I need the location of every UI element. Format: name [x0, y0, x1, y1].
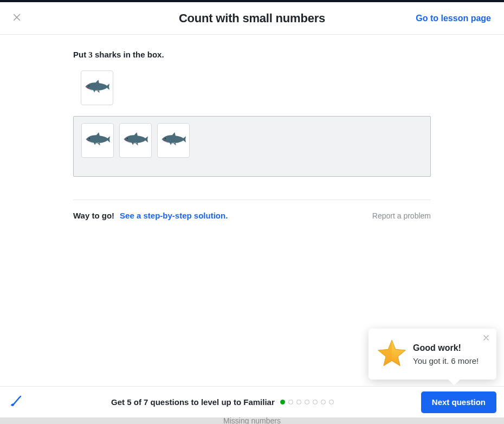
- shark-icon: [160, 131, 186, 150]
- solution-link[interactable]: See a step-by-step solution.: [120, 211, 228, 220]
- shark-tile[interactable]: [157, 123, 190, 158]
- exercise-footer: Get 5 of 7 questions to level up to Fami…: [0, 386, 504, 417]
- lesson-page-link[interactable]: Go to lesson page: [416, 14, 491, 23]
- progress-dot: [321, 400, 326, 404]
- prompt-prefix: Put: [73, 50, 88, 59]
- popover-close-button[interactable]: [481, 334, 491, 344]
- close-icon: [12, 12, 22, 24]
- feedback-row: Way to go! See a step-by-step solution. …: [73, 211, 431, 220]
- shark-icon: [84, 79, 110, 97]
- progress-dot: [329, 400, 334, 404]
- popover-title: Good work!: [413, 343, 479, 353]
- scratchpad-button[interactable]: [8, 394, 24, 410]
- shark-tile[interactable]: [81, 70, 113, 105]
- progress-dots: [280, 400, 334, 404]
- success-popover: Good work! You got it. 6 more!: [369, 329, 496, 380]
- close-icon: [482, 334, 490, 344]
- progress-dot: [280, 400, 285, 404]
- prompt-number: 3: [88, 50, 93, 59]
- report-problem-link[interactable]: Report a problem: [372, 211, 431, 220]
- popover-subtitle: You got it. 6 more!: [413, 356, 479, 365]
- level-up-text: Get 5 of 7 questions to level up to Fami…: [111, 397, 275, 407]
- shark-tile[interactable]: [81, 123, 114, 158]
- close-button[interactable]: [10, 11, 24, 25]
- answer-box[interactable]: [73, 116, 431, 177]
- background-hint-text: Missing numbers: [223, 416, 281, 424]
- progress-dot: [313, 400, 318, 404]
- shark-icon: [122, 131, 148, 150]
- star-icon: [377, 338, 406, 370]
- divider: [73, 200, 431, 200]
- shark-tile[interactable]: [119, 123, 152, 158]
- popover-text: Good work! You got it. 6 more!: [413, 343, 479, 365]
- encouragement-text: Way to go!: [73, 211, 114, 220]
- prompt-suffix: sharks in the box.: [93, 50, 164, 59]
- exercise-header: Count with small numbers Go to lesson pa…: [0, 2, 504, 35]
- exercise-prompt: Put 3 sharks in the box.: [73, 50, 431, 60]
- scratchpad-icon: [9, 394, 23, 410]
- source-area: [73, 69, 431, 106]
- shark-icon: [85, 131, 111, 150]
- progress-dot: [305, 400, 309, 404]
- progress-dot: [296, 400, 301, 404]
- progress-dot: [288, 400, 293, 404]
- next-question-button[interactable]: Next question: [421, 391, 496, 413]
